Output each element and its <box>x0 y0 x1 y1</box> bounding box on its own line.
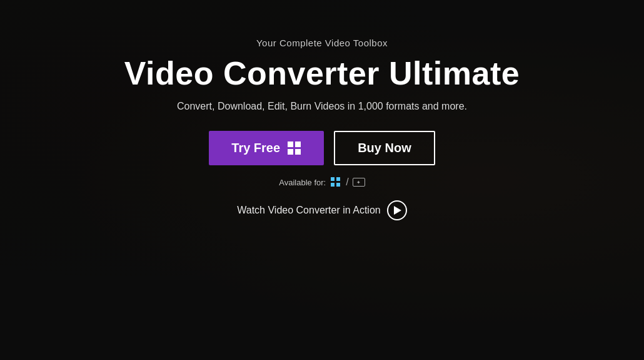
page-title: Video Converter Ultimate <box>124 54 520 92</box>
buy-now-button[interactable]: Buy Now <box>334 131 435 165</box>
page-description: Convert, Download, Edit, Burn Videos in … <box>177 101 467 112</box>
slash-separator: / <box>346 177 348 188</box>
mac-icon <box>353 178 365 187</box>
subtitle: Your Complete Video Toolbox <box>256 38 388 48</box>
available-row: Available for: / <box>279 177 365 188</box>
play-button[interactable] <box>387 200 407 220</box>
watch-video-label: Watch Video Converter in Action <box>237 205 380 216</box>
cta-buttons: Try Free Buy Now <box>209 131 435 165</box>
try-free-label: Try Free <box>231 141 280 155</box>
play-triangle-icon <box>394 206 401 215</box>
main-content: Your Complete Video Toolbox Video Conver… <box>0 0 644 245</box>
try-free-button[interactable]: Try Free <box>209 131 324 165</box>
windows-small-icon <box>331 177 341 187</box>
available-label: Available for: <box>279 178 326 187</box>
windows-icon <box>288 141 301 155</box>
platform-icons: / <box>331 177 365 188</box>
buy-now-label: Buy Now <box>358 141 411 155</box>
watch-video-row: Watch Video Converter in Action <box>237 200 406 220</box>
